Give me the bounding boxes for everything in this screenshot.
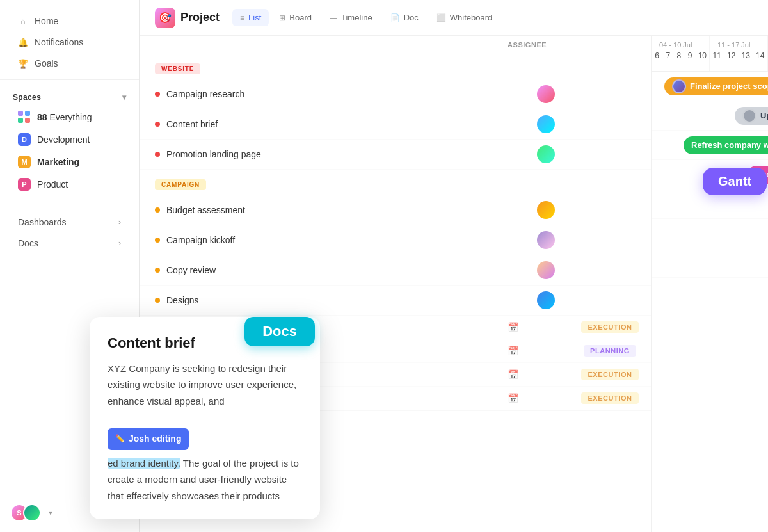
gantt-bar-2[interactable]: Update key objectives xyxy=(735,107,768,125)
bottom-nav: Dashboards › Docs › xyxy=(0,206,139,257)
gantt-area: 04 - 10 Jul 6 7 8 9 10 11 - 17 Jul 11 12… xyxy=(652,36,768,532)
task-row[interactable]: Promotion landing page xyxy=(140,140,651,170)
status-cell-2: PLANNING xyxy=(584,345,636,357)
gantt-row-6 xyxy=(652,219,768,248)
sidebar-item-goals[interactable]: 🏆 Goals xyxy=(5,53,134,74)
gantt-bar-label-3: Refresh company website xyxy=(691,140,768,150)
gantt-week-2: 11 - 17 Jul 11 12 13 14 xyxy=(710,36,768,71)
tab-list[interactable]: ≡ List xyxy=(232,9,269,26)
gantt-bar-label-2: Update key objectives xyxy=(760,111,768,120)
task-row[interactable]: Content brief xyxy=(140,109,651,140)
status-cell-1: EXECUTION xyxy=(584,321,636,333)
gantt-days-1: 6 7 8 9 10 xyxy=(652,50,709,61)
user-dropdown-arrow[interactable]: ▾ xyxy=(49,508,52,517)
sidebar-item-marketing[interactable]: M Marketing xyxy=(5,151,134,173)
status-cell-3: EXECUTION xyxy=(584,369,636,380)
task-assignee-5 xyxy=(508,231,584,249)
gantt-day: 10 xyxy=(696,50,709,61)
calendar-icon-4: 📅 xyxy=(508,393,518,403)
task-row[interactable]: Budget assessment xyxy=(140,195,651,225)
task-row[interactable]: Designs xyxy=(140,286,651,316)
task-row[interactable]: Campaign kickoff xyxy=(140,225,651,255)
task-name-promotion: Promotion landing page xyxy=(155,149,508,159)
gantt-avatar-lead-1 xyxy=(672,79,686,93)
header: 🎯 Project ≡ List ⊞ Board — Timeline 📄 Do… xyxy=(140,0,768,36)
sidebar-item-docs[interactable]: Docs › xyxy=(5,233,134,254)
dashboards-label: Dashboards xyxy=(18,217,67,227)
bell-icon: 🔔 xyxy=(18,37,28,47)
everything-count-label: 88 Everything xyxy=(37,112,92,122)
calendar-icon-3: 📅 xyxy=(508,369,518,380)
priority-dot-yellow xyxy=(155,207,160,213)
avatar-3 xyxy=(537,145,555,163)
gantt-bar-label-1: Finalize project scope xyxy=(690,81,768,91)
task-meta-1: 📅 xyxy=(508,322,584,332)
goals-label: Goals xyxy=(35,58,58,69)
board-icon: ⊞ xyxy=(279,13,285,22)
avatar-2 xyxy=(537,115,555,133)
priority-dot-yellow xyxy=(155,298,160,303)
task-name-campaign-research: Campaign research xyxy=(155,89,508,99)
tab-whiteboard[interactable]: ⬜ Whiteboard xyxy=(429,9,500,26)
development-badge: D xyxy=(18,133,31,146)
gantt-row-7 xyxy=(652,248,768,278)
gantt-day: 6 xyxy=(652,50,662,61)
home-icon: ⌂ xyxy=(18,16,28,26)
sidebar-item-home[interactable]: ⌂ Home xyxy=(5,11,134,31)
edit-icon: ✏️ xyxy=(115,432,125,445)
task-assignee-2 xyxy=(508,115,584,133)
chevron-right-icon: › xyxy=(118,218,121,227)
gantt-bar-3[interactable]: Refresh company website xyxy=(684,136,768,154)
task-name-content-brief: Content brief xyxy=(155,119,508,129)
gantt-bar-1[interactable]: Finalize project scope xyxy=(664,77,768,95)
sidebar-item-dashboards[interactable]: Dashboards › xyxy=(5,212,134,232)
avatar-1 xyxy=(537,85,555,103)
nav-tabs: ≡ List ⊞ Board — Timeline 📄 Doc ⬜ Whiteb… xyxy=(232,9,500,26)
home-label: Home xyxy=(35,16,58,26)
everything-icon xyxy=(18,111,31,124)
sidebar-item-everything[interactable]: 88 Everything xyxy=(5,106,134,128)
status-badge-execution-2: EXECUTION xyxy=(581,369,638,380)
project-title: Project xyxy=(180,11,220,24)
sidebar-item-product[interactable]: P Product xyxy=(5,173,134,195)
task-row[interactable]: Copy review xyxy=(140,255,651,286)
gantt-day: 11 xyxy=(710,50,724,61)
gantt-day: 12 xyxy=(724,50,739,61)
sidebar-item-notifications[interactable]: 🔔 Notifications xyxy=(5,32,134,52)
docs-highlight: ed brand identity. xyxy=(108,458,180,469)
marketing-badge: M xyxy=(18,156,31,168)
task-assignee-1 xyxy=(508,85,584,103)
avatar-6 xyxy=(537,261,555,279)
assignee-col-header: ASSIGNEE xyxy=(508,41,584,49)
docs-bubble: Docs xyxy=(244,317,315,346)
development-label: Development xyxy=(37,134,90,145)
tab-doc[interactable]: 📄 Doc xyxy=(383,9,426,26)
tab-doc-label: Doc xyxy=(404,13,419,22)
product-badge: P xyxy=(18,178,31,191)
tab-board[interactable]: ⊞ Board xyxy=(271,9,319,26)
gantt-row-8 xyxy=(652,278,768,307)
section-website: WEBSITE Campaign research Content b xyxy=(140,54,651,170)
sidebar-item-development[interactable]: D Development xyxy=(5,129,134,150)
task-meta-2: 📅 xyxy=(508,346,584,356)
tab-timeline-label: Timeline xyxy=(341,13,372,22)
chevron-right-icon-2: › xyxy=(118,239,121,248)
task-name-copy-review: Copy review xyxy=(155,265,508,275)
docs-paragraph-1: XYZ Company is seeking to redesign their… xyxy=(108,360,302,410)
task-row[interactable]: Campaign research xyxy=(140,79,651,109)
status-badge-planning: PLANNING xyxy=(584,345,636,357)
gantt-week-1: 04 - 10 Jul 6 7 8 9 10 xyxy=(652,36,710,71)
chevron-down-icon[interactable]: ▾ xyxy=(122,93,126,102)
gantt-day: 13 xyxy=(739,50,753,61)
priority-dot-yellow xyxy=(155,238,160,243)
calendar-icon-2: 📅 xyxy=(508,346,518,356)
gantt-day: 9 xyxy=(684,50,695,61)
avatar-5 xyxy=(537,231,555,249)
gantt-week-label-2: 11 - 17 Jul xyxy=(710,36,767,50)
status-badge-execution-3: EXECUTION xyxy=(581,392,638,404)
tab-timeline[interactable]: — Timeline xyxy=(322,9,380,26)
whiteboard-icon: ⬜ xyxy=(436,13,446,22)
gantt-week-label-1: 04 - 10 Jul xyxy=(652,36,709,50)
list-icon: ≡ xyxy=(240,13,244,22)
docs-content: XYZ Company is seeking to redesign their… xyxy=(108,360,302,504)
